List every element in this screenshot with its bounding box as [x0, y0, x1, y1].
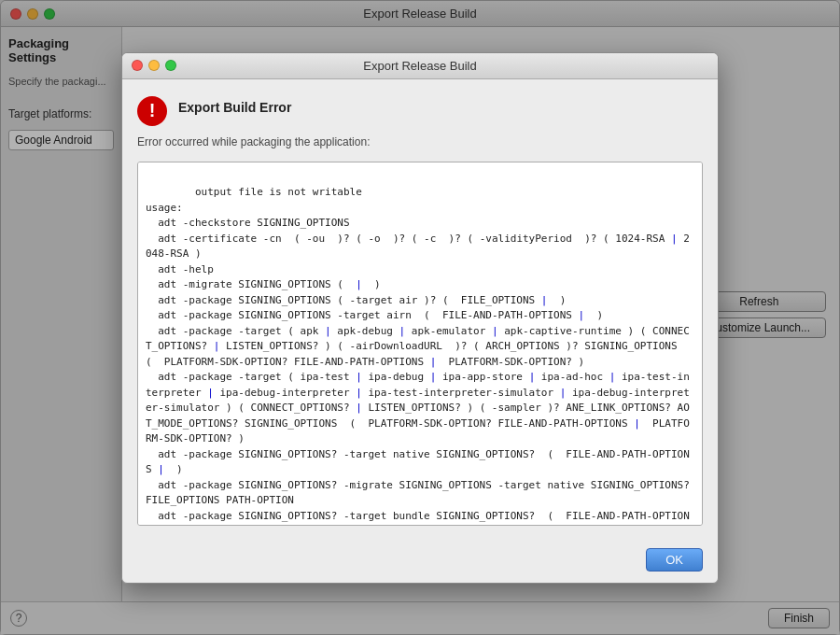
error-header: ! Export Build Error [137, 94, 703, 126]
modal-title: Export Release Build [363, 59, 476, 73]
modal-dialog: Export Release Build ! Export Build Erro… [121, 52, 719, 584]
modal-close-button[interactable] [132, 60, 143, 71]
error-title: Export Build Error [178, 94, 291, 115]
error-description: Error occurred while packaging the appli… [137, 135, 703, 148]
error-icon: ! [137, 96, 167, 126]
modal-content: ! Export Build Error Error occurred whil… [122, 79, 718, 541]
modal-maximize-button[interactable] [165, 60, 176, 71]
modal-traffic-lights [132, 60, 176, 71]
modal-titlebar: Export Release Build [122, 53, 718, 79]
error-text-area[interactable]: output file is not writable usage: adt -… [137, 162, 703, 526]
modal-minimize-button[interactable] [148, 60, 160, 71]
modal-overlay: Export Release Build ! Export Build Erro… [0, 0, 840, 635]
modal-footer: OK [122, 541, 718, 583]
ok-button[interactable]: OK [646, 548, 703, 572]
